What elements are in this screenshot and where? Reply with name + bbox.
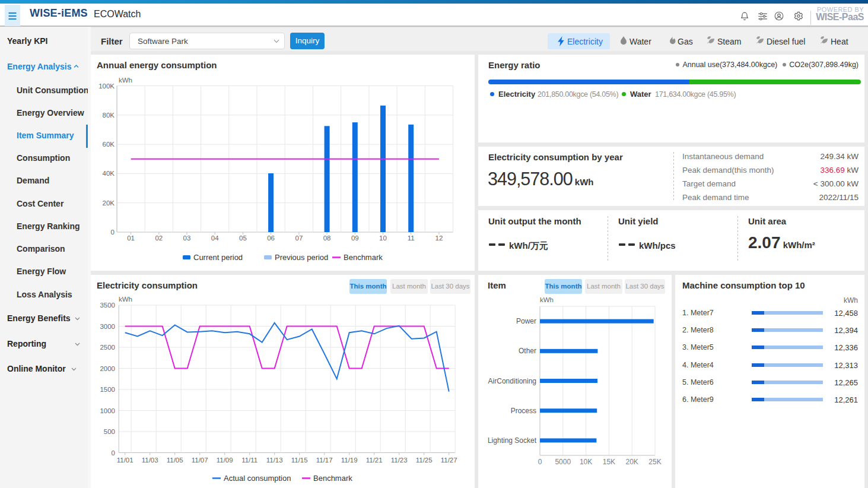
svg-text:80K: 80K — [103, 112, 115, 119]
svg-text:02: 02 — [155, 235, 163, 242]
svg-text:0: 0 — [112, 449, 115, 457]
svg-text:11/07: 11/07 — [192, 457, 208, 464]
svg-text:10K: 10K — [580, 458, 592, 466]
svg-text:11/03: 11/03 — [142, 457, 158, 464]
svg-text:kWh: kWh — [540, 296, 554, 303]
svg-text:5000: 5000 — [555, 458, 571, 466]
svg-text:06: 06 — [267, 235, 275, 242]
svg-text:20K: 20K — [103, 199, 115, 207]
svg-text:1500: 1500 — [100, 386, 115, 393]
svg-text:11/15: 11/15 — [291, 457, 308, 464]
svg-text:kWh: kWh — [119, 77, 132, 84]
svg-text:Lighting Socket: Lighting Socket — [488, 436, 537, 445]
svg-text:05: 05 — [239, 235, 247, 242]
svg-text:25K: 25K — [648, 458, 661, 466]
svg-text:Actual consumption: Actual consumption — [224, 474, 291, 483]
svg-text:11/17: 11/17 — [316, 457, 333, 464]
svg-text:03: 03 — [183, 235, 191, 242]
svg-text:Previous period: Previous period — [275, 253, 328, 262]
svg-text:11/01: 11/01 — [117, 457, 133, 464]
svg-text:11/23: 11/23 — [391, 457, 408, 464]
svg-text:2000: 2000 — [100, 365, 115, 372]
svg-text:500: 500 — [104, 428, 115, 435]
svg-text:11/11: 11/11 — [241, 457, 257, 464]
svg-text:Benchmark: Benchmark — [313, 474, 352, 483]
svg-text:11/05: 11/05 — [167, 457, 183, 464]
svg-text:40K: 40K — [103, 170, 115, 177]
svg-text:08: 08 — [323, 235, 331, 242]
svg-text:0: 0 — [111, 229, 115, 236]
svg-text:3500: 3500 — [100, 302, 115, 309]
svg-text:01: 01 — [127, 235, 135, 242]
svg-text:Other: Other — [519, 347, 536, 355]
svg-text:Process: Process — [511, 407, 536, 415]
svg-text:11/09: 11/09 — [217, 457, 233, 464]
svg-text:0: 0 — [538, 458, 542, 466]
svg-text:3000: 3000 — [100, 323, 115, 330]
svg-text:Benchmark: Benchmark — [344, 253, 383, 262]
svg-text:11: 11 — [408, 235, 415, 242]
svg-text:11/21: 11/21 — [366, 457, 383, 464]
svg-text:11/25: 11/25 — [416, 457, 433, 464]
svg-text:Current period: Current period — [193, 253, 243, 262]
svg-text:10: 10 — [379, 235, 387, 242]
svg-text:11/27: 11/27 — [441, 457, 457, 464]
svg-text:07: 07 — [295, 235, 303, 242]
svg-text:20K: 20K — [626, 458, 638, 466]
svg-text:1000: 1000 — [100, 407, 115, 414]
svg-text:AirConditioning: AirConditioning — [488, 377, 536, 385]
svg-text:2500: 2500 — [100, 344, 115, 351]
svg-text:11/19: 11/19 — [341, 457, 358, 464]
svg-text:04: 04 — [211, 235, 219, 242]
svg-text:15K: 15K — [603, 458, 615, 466]
svg-text:kWh: kWh — [119, 296, 132, 303]
svg-text:100K: 100K — [98, 83, 115, 90]
svg-text:Power: Power — [516, 317, 536, 325]
svg-text:12: 12 — [435, 235, 443, 242]
svg-text:09: 09 — [351, 235, 359, 242]
svg-text:60K: 60K — [103, 141, 115, 148]
svg-text:11/13: 11/13 — [266, 457, 283, 464]
